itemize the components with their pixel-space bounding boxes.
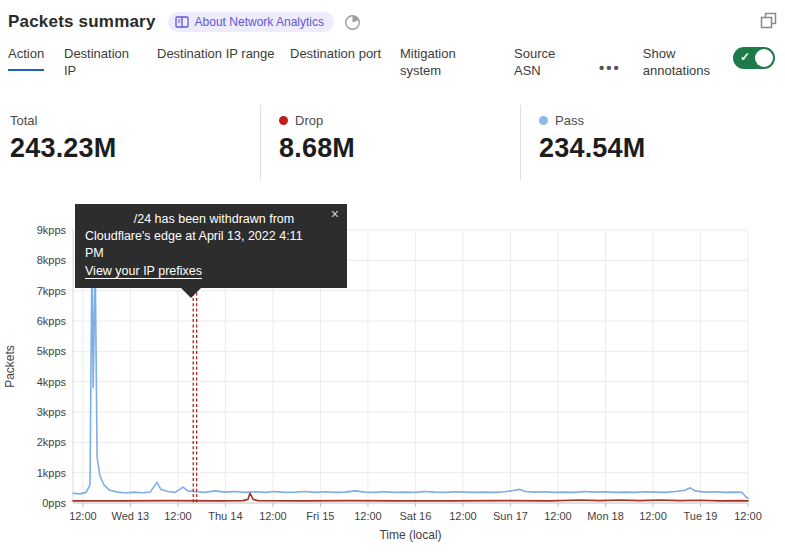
tab-action[interactable]: Action [8,45,54,71]
tab-source-asn[interactable]: Source ASN [514,45,576,86]
badge-label: About Network Analytics [195,15,324,29]
page-title: Packets summary [8,12,156,32]
x-tick-label: 12:00 [544,510,572,522]
tab-label: Source ASN [514,45,576,86]
about-network-analytics-badge[interactable]: About Network Analytics [168,12,334,32]
x-tick-label: 12:00 [734,510,762,522]
drop-legend-dot [279,116,288,125]
expand-icon[interactable] [760,12,777,33]
tab-destination-ip[interactable]: Destination IP [64,45,142,86]
tab-destination-ip-range[interactable]: Destination IP range [157,45,275,69]
y-axis-title: Packets [3,345,17,388]
stat-value: 8.68M [279,133,520,164]
x-tick-label: Sun 17 [493,510,528,522]
book-icon [175,16,189,28]
stat-total: Total243.23M [0,105,260,180]
dimension-tab-bar: ActionDestination IPDestination IP range… [8,45,775,86]
stat-drop: Drop8.68M [260,105,520,180]
y-tick-label: 3kpps [37,406,67,418]
stat-value: 243.23M [10,133,260,164]
show-annotations-label: Show annotations [643,45,727,79]
annotation-tooltip: /24 has been withdrawn from Cloudflare's… [75,204,347,288]
y-tick-label: 7kpps [37,285,67,297]
pass-legend-dot [539,116,548,125]
tabs-container: ActionDestination IPDestination IP range… [8,45,599,86]
x-tick-label: Mon 18 [587,510,624,522]
stat-pass: Pass234.54M [520,105,780,180]
tab-label: Action [8,45,44,71]
x-tick-label: Thu 14 [208,510,242,522]
stats-row: Total243.23MDrop8.68MPass234.54M [0,105,785,180]
series-line-drop [73,493,748,501]
x-tick-label: 12:00 [354,510,382,522]
time-period-icon[interactable] [344,14,361,31]
tooltip-line1: /24 has been withdrawn from [85,211,323,228]
tab-label: Destination IP [64,45,142,86]
x-tick-label: Wed 13 [112,510,150,522]
tab-label: Destination IP range [157,45,275,69]
y-tick-label: 8kpps [37,254,67,266]
stat-label: Total [10,113,37,128]
tab-label: Mitigation system [400,45,494,86]
close-icon[interactable]: × [331,207,339,221]
tooltip-arrow [181,288,201,298]
x-tick-label: 12:00 [69,510,97,522]
x-tick-label: 12:00 [639,510,667,522]
x-axis-title: Time (local) [379,528,441,542]
header-bar: Packets summary About Network Analytics [8,8,777,36]
show-annotations-toggle[interactable]: ✓ [733,47,775,69]
y-tick-label: 2kpps [37,436,67,448]
check-icon: ✓ [740,50,750,64]
y-tick-label: 4kpps [37,376,67,388]
x-tick-label: Fri 15 [306,510,334,522]
y-tick-label: 6kpps [37,315,67,327]
stat-value: 234.54M [539,133,780,164]
y-tick-label: 0pps [42,497,66,509]
x-tick-label: Tue 19 [684,510,718,522]
tooltip-line2: Cloudflare's edge at April 13, 2022 4:11… [85,228,323,262]
view-ip-prefixes-link[interactable]: View your IP prefixes [85,263,202,280]
y-tick-label: 5kpps [37,345,67,357]
stat-label: Drop [295,113,323,128]
x-tick-label: 12:00 [164,510,192,522]
x-tick-label: Sat 16 [400,510,432,522]
x-tick-label: 12:00 [449,510,477,522]
y-tick-label: 1kpps [37,467,67,479]
tab-destination-port[interactable]: Destination port [290,45,382,69]
toggle-knob [755,49,773,67]
tab-mitigation-system[interactable]: Mitigation system [400,45,494,86]
x-tick-label: 12:00 [259,510,287,522]
stat-label: Pass [555,113,584,128]
packets-summary-panel: Packets summary About Network Analytics [0,0,785,555]
tab-label: Destination port [290,45,381,69]
more-tabs-button[interactable]: ••• [599,59,621,76]
y-tick-label: 9kpps [37,224,67,236]
